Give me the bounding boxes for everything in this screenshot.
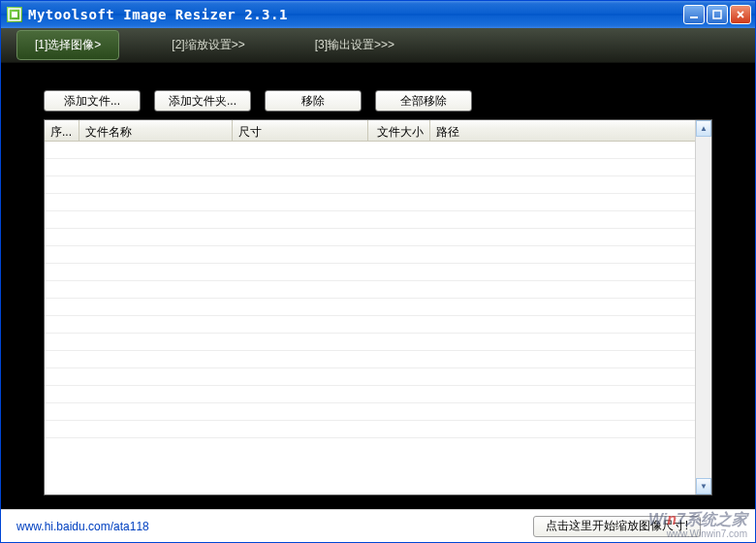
table-row — [45, 176, 695, 194]
window-controls — [683, 5, 751, 24]
svg-rect-1 — [12, 12, 17, 17]
table-row — [45, 299, 695, 316]
add-folder-button[interactable]: 添加文件夹... — [154, 90, 251, 112]
scroll-track[interactable] — [696, 137, 711, 478]
col-dimensions[interactable]: 尺寸 — [233, 120, 368, 141]
table-header: 序... 文件名称 尺寸 文件大小 路径 — [45, 120, 695, 142]
remove-button[interactable]: 移除 — [265, 90, 362, 112]
content-area: 添加文件... 添加文件夹... 移除 全部移除 序... 文件名称 尺寸 文件… — [1, 63, 755, 509]
table-row — [45, 211, 695, 229]
col-path[interactable]: 路径 — [430, 120, 695, 141]
table-row — [45, 142, 695, 159]
remove-all-button[interactable]: 全部移除 — [375, 90, 472, 112]
table-row — [45, 246, 695, 264]
table-row — [45, 229, 695, 246]
table-row — [45, 421, 695, 438]
table-row — [45, 159, 695, 176]
footer: www.hi.baidu.com/ata118 点击这里开始缩放图像尺寸! Wi… — [1, 509, 755, 542]
table-row — [45, 351, 695, 368]
scroll-down-icon[interactable]: ▼ — [696, 478, 711, 495]
file-table: 序... 文件名称 尺寸 文件大小 路径 — [44, 119, 712, 495]
vertical-scrollbar[interactable]: ▲ ▼ — [695, 120, 711, 495]
table-row — [45, 386, 695, 403]
table-row — [45, 403, 695, 421]
titlebar: Mytoolsoft Image Resizer 2.3.1 — [1, 1, 755, 28]
table-row — [45, 281, 695, 299]
table-row — [45, 264, 695, 281]
add-file-button[interactable]: 添加文件... — [44, 90, 141, 112]
svg-rect-2 — [690, 16, 698, 18]
tab-select-images[interactable]: [1]选择图像> — [16, 30, 119, 60]
maximize-button[interactable] — [707, 5, 728, 24]
tab-resize-settings[interactable]: [2]缩放设置>> — [154, 31, 262, 59]
tab-strip: [1]选择图像> [2]缩放设置>> [3]输出设置>>> — [1, 28, 755, 63]
website-link[interactable]: www.hi.baidu.com/ata118 — [16, 520, 149, 533]
col-index[interactable]: 序... — [45, 120, 79, 141]
table-row — [45, 194, 695, 211]
minimize-button[interactable] — [683, 5, 705, 24]
col-filename[interactable]: 文件名称 — [79, 120, 233, 141]
table-row — [45, 368, 695, 386]
tab-output-settings[interactable]: [3]输出设置>>> — [298, 31, 412, 59]
table-row — [45, 334, 695, 351]
window-title: Mytoolsoft Image Resizer 2.3.1 — [28, 7, 683, 22]
col-filesize[interactable]: 文件大小 — [368, 120, 430, 141]
table-row — [45, 316, 695, 334]
toolbar: 添加文件... 添加文件夹... 移除 全部移除 — [44, 90, 712, 112]
close-button[interactable] — [730, 5, 751, 24]
app-window: Mytoolsoft Image Resizer 2.3.1 [1]选择图像> … — [0, 0, 756, 543]
svg-rect-3 — [713, 11, 721, 18]
scroll-up-icon[interactable]: ▲ — [696, 120, 711, 137]
table-body[interactable] — [45, 142, 695, 495]
start-resize-button[interactable]: 点击这里开始缩放图像尺寸! — [533, 516, 701, 537]
app-icon — [7, 7, 22, 22]
